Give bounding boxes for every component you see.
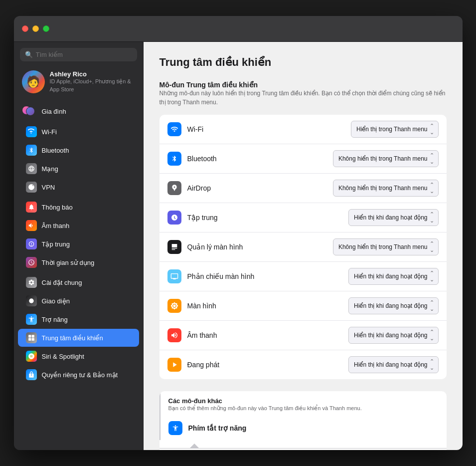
svg-rect-3	[28, 338, 31, 341]
module-select-display[interactable]: Hiển thị khi đang hoạt động ⌃⌄	[348, 297, 438, 314]
svg-rect-2	[31, 335, 34, 337]
module-select-label-airdrop: Không hiển thị trong Thanh menu	[338, 185, 428, 192]
module-name-display: Màn hình	[187, 302, 343, 310]
sidebar-item-bluetooth[interactable]: Bluetooth	[18, 141, 139, 159]
other-section-title: Các mô-đun khác	[168, 397, 439, 405]
module-row-now-playing: Đang phát Hiển thị khi đang hoạt động ⌃⌄	[159, 350, 447, 379]
module-icon-display	[167, 299, 181, 313]
sidebar-item-label: Giao diện	[42, 297, 131, 305]
module-icon-screen-mgmt	[167, 240, 181, 254]
module-select-screen-mgmt[interactable]: Không hiển thị trong Thanh menu ⌃⌄	[333, 238, 439, 255]
family-avatars	[22, 106, 37, 117]
module-icon-sound	[167, 328, 181, 342]
module-select-bluetooth[interactable]: Không hiển thị trong Thanh menu ⌃⌄	[333, 150, 439, 167]
sidebar-item-focus[interactable]: Tập trung	[18, 235, 139, 253]
module-select-sound[interactable]: Hiển thị khi đang hoạt động ⌃⌄	[348, 327, 438, 344]
module-name-wifi: Wi-Fi	[187, 125, 345, 133]
wifi-icon	[26, 126, 37, 137]
sidebar-item-screentime[interactable]: Thời gian sử dụng	[18, 253, 139, 271]
module-select-label-sound: Hiển thị khi đang hoạt động	[354, 332, 427, 339]
family-avatar-2	[26, 107, 35, 116]
module-select-mirror[interactable]: Hiển thị khi đang hoạt động ⌃⌄	[348, 268, 438, 285]
module-select-label-now-playing: Hiển thị khi đang hoạt động	[354, 361, 427, 368]
appearance-icon	[26, 295, 37, 306]
search-icon: 🔍	[25, 51, 33, 58]
sidebar-item-accessibility[interactable]: Trợ năng	[18, 310, 139, 328]
privacy-icon	[26, 369, 37, 380]
sidebar-item-siri[interactable]: Siri & Spotlight	[18, 347, 139, 365]
tooltip-callout: Chọn các mô-đun bổ sung để thêm vào Trun…	[159, 448, 447, 450]
network-icon	[26, 163, 37, 174]
content-area: 🔍 🧑 Ashley Rico ID Apple, iCloud+, Phươn…	[14, 42, 463, 450]
bluetooth-icon	[26, 145, 37, 156]
fullscreen-button[interactable]	[43, 25, 49, 32]
sidebar-section-notifications: Thông báo Âm thanh Tập trung	[14, 198, 143, 272]
sidebar-item-network[interactable]: Mạng	[18, 160, 139, 178]
module-select-label-mirror: Hiển thị khi đang hoạt động	[354, 273, 427, 280]
sidebar-item-label: Trợ năng	[42, 316, 131, 323]
sidebar-item-label: Thông báo	[42, 204, 131, 211]
sidebar-item-control-center[interactable]: Trung tâm điều khiển	[18, 329, 139, 347]
module-select-wifi[interactable]: Hiển thị trong Thanh menu ⌃⌄	[351, 121, 439, 138]
other-section-header: Các mô-đun khác Bạn có thể thêm những mô…	[159, 391, 447, 416]
sidebar: 🔍 🧑 Ashley Rico ID Apple, iCloud+, Phươn…	[14, 42, 144, 450]
tooltip-arrow	[189, 444, 199, 449]
module-name-bluetooth: Bluetooth	[187, 155, 327, 163]
minimize-button[interactable]	[32, 25, 39, 32]
sidebar-item-privacy[interactable]: Quyền riêng tư & Bảo mật	[18, 366, 139, 384]
modules-section-title: Mô-đun Trung tâm điều khiển	[159, 81, 447, 89]
module-row-sound: Âm thanh Hiển thị khi đang hoạt động ⌃⌄	[159, 321, 447, 350]
user-info: Ashley Rico ID Apple, iCloud+, Phương ti…	[50, 70, 135, 93]
sidebar-item-label: VPN	[42, 184, 131, 191]
screentime-icon	[26, 257, 37, 268]
sidebar-item-label: Siri & Spotlight	[42, 353, 131, 360]
family-label: Gia đình	[42, 108, 66, 115]
search-input[interactable]	[36, 51, 132, 58]
module-icon-mirror	[167, 269, 181, 283]
module-row-accessibility-shortcut: Phím tắt trợ năng	[159, 416, 447, 440]
sidebar-item-vpn[interactable]: VPN	[18, 178, 139, 196]
modules-section-header: Mô-đun Trung tâm điều khiển Những mô-đun…	[159, 81, 447, 107]
sidebar-item-general[interactable]: Cài đặt chung	[18, 273, 139, 291]
module-name-accessibility-shortcut: Phím tắt trợ năng	[188, 424, 439, 432]
search-bar[interactable]: 🔍	[20, 48, 137, 61]
module-name-focus: Tập trung	[187, 214, 343, 222]
module-select-label-bluetooth: Không hiển thị trong Thanh menu	[338, 155, 428, 162]
chevron-icon: ⌃⌄	[430, 270, 434, 283]
avatar: 🧑	[22, 70, 45, 93]
sidebar-item-label: Trung tâm điều khiển	[42, 334, 131, 342]
chevron-icon: ⌃⌄	[430, 329, 434, 342]
system-preferences-window: 🔍 🧑 Ashley Rico ID Apple, iCloud+, Phươn…	[14, 16, 463, 450]
svg-rect-1	[28, 335, 31, 337]
sidebar-item-wifi[interactable]: Wi-Fi	[18, 123, 139, 141]
vpn-icon	[26, 182, 37, 193]
chevron-icon: ⌃⌄	[430, 182, 434, 195]
main-content: Trung tâm điều khiển Mô-đun Trung tâm đi…	[144, 42, 463, 450]
module-row-display: Màn hình Hiển thị khi đang hoạt động ⌃⌄	[159, 291, 447, 321]
user-subtitle: ID Apple, iCloud+, Phương tiện & App Sto…	[50, 78, 135, 93]
close-button[interactable]	[22, 25, 28, 32]
modules-section-desc: Những mô-đun này luôn hiển thị trong Tru…	[159, 89, 447, 107]
module-name-mirror: Phản chiếu màn hình	[187, 272, 343, 280]
module-name-airdrop: AirDrop	[187, 184, 327, 192]
svg-point-0	[29, 298, 33, 303]
other-modules-section: Các mô-đun khác Bạn có thể thêm những mô…	[159, 391, 447, 450]
module-icon-now-playing	[167, 358, 181, 372]
module-select-focus[interactable]: Hiển thị khi đang hoạt động ⌃⌄	[348, 209, 438, 226]
notifications-icon	[26, 202, 37, 213]
sidebar-item-sound[interactable]: Âm thanh	[18, 217, 139, 234]
module-row-wifi: Wi-Fi Hiển thị trong Thanh menu ⌃⌄	[159, 115, 447, 144]
module-row-bluetooth: Bluetooth Không hiển thị trong Thanh men…	[159, 144, 447, 174]
module-select-airdrop[interactable]: Không hiển thị trong Thanh menu ⌃⌄	[333, 180, 439, 197]
sidebar-item-notifications[interactable]: Thông báo	[18, 198, 139, 216]
sidebar-section-system: Cài đặt chung Giao diện Trợ năng	[14, 273, 143, 384]
sidebar-item-label: Bluetooth	[42, 147, 131, 154]
sidebar-item-family[interactable]: Gia đình	[14, 102, 143, 120]
module-select-now-playing[interactable]: Hiển thị khi đang hoạt động ⌃⌄	[348, 356, 438, 373]
user-profile[interactable]: 🧑 Ashley Rico ID Apple, iCloud+, Phương …	[14, 65, 143, 98]
module-icon-accessibility-shortcut	[168, 421, 182, 435]
sidebar-item-label: Tập trung	[42, 240, 131, 248]
module-select-label-screen-mgmt: Không hiển thị trong Thanh menu	[338, 243, 428, 250]
sidebar-item-appearance[interactable]: Giao diện	[18, 292, 139, 310]
chevron-icon: ⌃⌄	[430, 123, 434, 136]
